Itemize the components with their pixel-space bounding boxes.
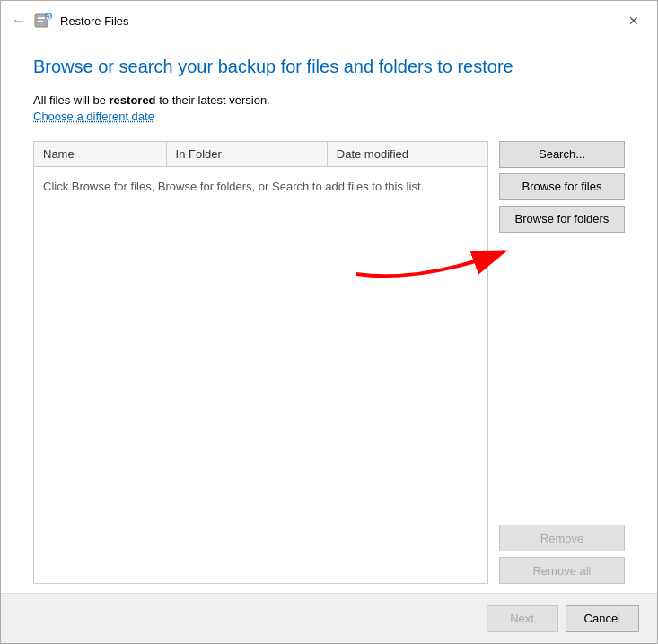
file-list-header: Name In Folder Date modified — [34, 142, 487, 167]
empty-list-message: Click Browse for files, Browse for folde… — [43, 178, 424, 197]
col-header-folder: In Folder — [167, 142, 328, 166]
back-button[interactable]: ← — [12, 13, 26, 29]
restore-files-window: ← Restore Files ✕ Browse or search your … — [0, 0, 658, 644]
buttons-panel: Search... Browse for files Browse for fo… — [499, 141, 625, 585]
title-bar: ← Restore Files ✕ — [1, 1, 657, 39]
choose-date-link[interactable]: Choose a different date — [33, 110, 154, 123]
description-area: All files will be restored to their late… — [33, 92, 625, 123]
window-title: Restore Files — [60, 14, 129, 28]
next-button[interactable]: Next — [487, 605, 558, 632]
cancel-button[interactable]: Cancel — [566, 605, 639, 632]
browse-folders-button[interactable]: Browse for folders — [499, 206, 625, 233]
svg-rect-1 — [38, 17, 45, 19]
browse-files-button[interactable]: Browse for files — [499, 173, 625, 200]
search-button[interactable]: Search... — [499, 141, 625, 168]
file-list-container: Name In Folder Date modified Click Brows… — [33, 141, 488, 585]
main-area: Name In Folder Date modified Click Brows… — [33, 141, 625, 585]
button-spacer — [499, 238, 625, 520]
footer: Next Cancel — [1, 593, 657, 643]
col-header-name: Name — [34, 142, 167, 166]
main-content: Browse or search your backup for files a… — [1, 39, 657, 593]
file-list-body: Click Browse for files, Browse for folde… — [34, 167, 487, 584]
svg-rect-2 — [38, 21, 43, 22]
close-button[interactable]: ✕ — [621, 8, 646, 33]
col-header-date: Date modified — [328, 142, 487, 166]
remove-button[interactable]: Remove — [499, 525, 625, 551]
restore-files-icon — [33, 11, 53, 31]
title-bar-left: ← Restore Files — [12, 11, 129, 31]
page-title: Browse or search your backup for files a… — [33, 57, 625, 77]
remove-all-button[interactable]: Remove all — [499, 557, 625, 584]
description-line1: All files will be restored to their late… — [33, 92, 625, 110]
